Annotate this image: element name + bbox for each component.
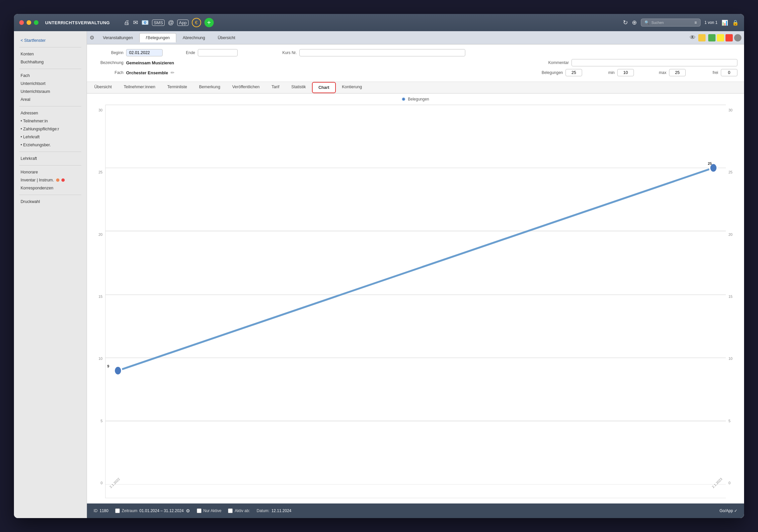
kommentar-label: Kommentar <box>539 60 569 65</box>
zeitraum-checkbox[interactable] <box>115 508 120 513</box>
y-axis-left: 30 25 20 15 10 5 0 <box>94 105 105 498</box>
mail-icon[interactable]: ✉ <box>133 19 138 26</box>
start-value-label: 9 <box>107 364 109 368</box>
max-input[interactable] <box>669 69 686 76</box>
sub-tab-tarif[interactable]: Tarif <box>265 82 285 93</box>
toolbar-icons: 🖨 ✉ 📧 SMS @ App € + <box>124 18 214 27</box>
app-icon[interactable]: App <box>177 20 188 26</box>
tab-ubersicht[interactable]: Übersicht <box>212 33 241 42</box>
sub-tab-ubersicht[interactable]: Übersicht <box>88 82 118 93</box>
sidebar-item-druckwahl[interactable]: Druckwahl <box>14 198 87 206</box>
sidebar-item-inventar[interactable]: Inventar | Instrum. <box>14 176 87 184</box>
green-indicator <box>708 34 716 41</box>
chart-area: Belegungen 30 25 20 15 10 5 0 <box>87 94 744 503</box>
ende-label: Ende <box>165 50 195 55</box>
beginn-input[interactable] <box>126 49 163 56</box>
maximize-button[interactable] <box>34 20 38 25</box>
add-icon[interactable]: + <box>204 18 214 27</box>
tab-abrechnung[interactable]: Abrechnung <box>177 33 211 42</box>
sub-tab-kontierung[interactable]: Kontierung <box>336 82 368 93</box>
bezeichnung-value: Gemeinsam Musizieren <box>126 60 174 65</box>
sub-tab-teilnehmer[interactable]: Teilnehmer:innen <box>118 82 161 93</box>
min-input[interactable] <box>617 69 634 76</box>
frei-label: frei <box>688 70 718 75</box>
chart-legend: Belegungen <box>94 97 737 101</box>
yellow-indicator <box>717 34 724 41</box>
minimize-button[interactable] <box>27 20 31 25</box>
fach-value: Orchester Ensemble <box>126 70 168 75</box>
lock-icon: 🔒 <box>732 20 739 26</box>
app-title: UNTERRICHTSVERWALTUNG <box>45 20 110 25</box>
sub-tab-veroffentlichen[interactable]: Veröffentlichen <box>226 82 265 93</box>
kommentar-input[interactable] <box>571 59 737 66</box>
nur-aktive-checkbox[interactable] <box>197 508 201 513</box>
aktiv-ab-label: Aktiv ab: <box>235 508 250 513</box>
legend-label: Belegungen <box>408 97 429 101</box>
sidebar-item-unterrichtsraum[interactable]: Unterrichtsraum <box>14 88 87 96</box>
sub-tab-statistik[interactable]: Statistik <box>285 82 312 93</box>
titlebar: UNTERRICHTSVERWALTUNG 🖨 ✉ 📧 SMS @ App € … <box>14 14 744 31</box>
sub-tab-bemerkung[interactable]: Bemerkung <box>193 82 226 93</box>
chart-icon[interactable]: 📊 <box>721 20 728 26</box>
sidebar-item-erziehungsber[interactable]: • Erziehungsber. <box>14 141 87 149</box>
tab-belegungen[interactable]: fBelegungen <box>139 33 176 42</box>
page-count: 1 von 1 <box>705 20 718 25</box>
line-chart-svg <box>106 105 726 485</box>
kurs-nr-label: Kurs Nr. <box>267 50 297 55</box>
sidebar-item-korrespondenzen[interactable]: Korrespondenzen <box>14 184 87 192</box>
fach-edit-icon[interactable]: ✏ <box>171 70 175 75</box>
sidebar-item-unterrichtsort[interactable]: Unterrichtsort <box>14 80 87 88</box>
settings-icon[interactable]: ⚙ <box>90 34 94 41</box>
form-area: Beginn Ende Kurs Nr. Bezeichnung Gemeins… <box>87 44 744 82</box>
help-icon[interactable]: ⊕ <box>632 19 637 26</box>
chart-container: 30 25 20 15 10 5 0 <box>94 105 737 498</box>
sidebar-item-fach[interactable]: Fach <box>14 72 87 80</box>
toolbar-right: ↻ ⊕ 🔍 Suchen ≡ 1 von 1 📊 🔒 <box>623 19 739 27</box>
sidebar-item-adressen[interactable]: Adressen <box>14 109 87 117</box>
max-label: max <box>637 70 666 75</box>
sidebar-item-teilnehmer[interactable]: • Teilnehmer:in <box>14 117 87 125</box>
close-button[interactable] <box>19 20 24 25</box>
gray-indicator <box>734 34 741 41</box>
zeitraum-gear-icon[interactable]: ⚙ <box>186 508 190 513</box>
sms-icon[interactable]: SMS <box>152 20 165 26</box>
id-value: 1180 <box>100 508 109 513</box>
min-label: min <box>585 70 615 75</box>
svg-point-7 <box>114 366 121 375</box>
red-indicator <box>725 34 733 41</box>
sub-tab-terminliste[interactable]: Terminliste <box>161 82 193 93</box>
euro-icon[interactable]: € <box>192 18 201 27</box>
ende-input[interactable] <box>198 49 238 56</box>
search-bar[interactable]: 🔍 Suchen ≡ <box>641 19 701 27</box>
bezeichnung-label: Bezeichnung <box>94 60 123 65</box>
at-icon[interactable]: @ <box>168 19 174 26</box>
zeitraum-value: 01.01.2024 – 31.12.2024 <box>139 508 184 513</box>
belegungen-input[interactable] <box>566 69 582 76</box>
note-icon[interactable] <box>698 34 706 41</box>
mail2-icon[interactable]: 📧 <box>141 19 149 26</box>
search-icon: 🔍 <box>644 20 649 25</box>
eye-icon[interactable]: 👁 <box>690 34 696 41</box>
tab-veranstaltungen[interactable]: Veranstaltungen <box>97 33 139 42</box>
go-app-button[interactable]: Go/App ✓ <box>720 508 737 513</box>
print-icon[interactable]: 🖨 <box>124 19 130 26</box>
sidebar-item-zahlungspflichtige[interactable]: • Zahlungspflichtige:r <box>14 125 87 133</box>
frei-input[interactable] <box>721 69 737 76</box>
sidebar-item-konten[interactable]: Konten <box>14 50 87 58</box>
y-axis-right: 30 25 20 15 10 5 0 <box>726 105 737 498</box>
sidebar-item-areal[interactable]: Areal <box>14 96 87 103</box>
refresh-icon[interactable]: ↻ <box>623 19 628 26</box>
legend-dot <box>402 98 405 101</box>
sidebar-item-buchhaltung[interactable]: Buchhaltung <box>14 58 87 66</box>
sub-tab-chart[interactable]: Chart <box>312 82 336 93</box>
beginn-label: Beginn <box>94 50 123 55</box>
sidebar-item-startfenster[interactable]: < Startfenster <box>14 36 87 44</box>
datum-value: 12.11.2024 <box>271 508 291 513</box>
sidebar-item-lehrkraft[interactable]: Lehrkraft <box>14 155 87 163</box>
sidebar-item-honorare[interactable]: Honorare <box>14 168 87 176</box>
kurs-nr-input[interactable] <box>299 49 465 56</box>
search-list-icon: ≡ <box>695 20 697 25</box>
sub-tab-bar: Übersicht Teilnehmer:innen Terminliste B… <box>87 82 744 94</box>
sidebar-item-lehrkraft-addr[interactable]: • Lehrkraft <box>14 133 87 141</box>
aktiv-ab-checkbox[interactable] <box>228 508 233 513</box>
